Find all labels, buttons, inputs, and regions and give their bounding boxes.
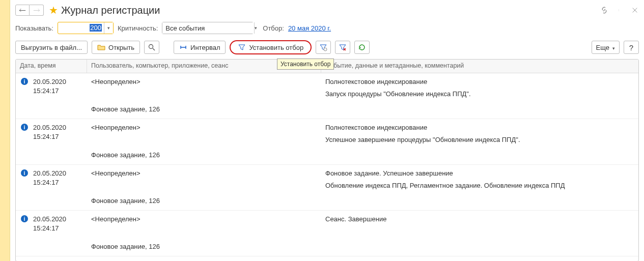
row-event-extra: Запуск процедуры "Обновление индекса ППД… — [325, 90, 634, 99]
table-row[interactable]: i20.05.202015:24:17<Неопределен>Фоновое … — [16, 211, 638, 256]
help-label: ? — [629, 43, 633, 52]
th-date[interactable]: Дата, время — [16, 60, 87, 73]
table-body[interactable]: i20.05.202015:24:17<Неопределен>Фоновое … — [16, 73, 638, 261]
filter-clear-button[interactable] — [335, 41, 350, 54]
info-icon: i — [21, 169, 29, 178]
export-file-label: Выгрузить в файл... — [21, 44, 82, 51]
row-time: 15:24:17 — [33, 224, 66, 233]
row-event-extra: Успешное завершение процедуры "Обновлени… — [325, 135, 634, 144]
filter-label: Отбор: — [263, 24, 284, 32]
chevron-down-icon — [612, 44, 615, 51]
criticality-input[interactable] — [162, 22, 254, 34]
magnify-button[interactable] — [144, 41, 159, 54]
row-date: 20.05.2020 — [33, 77, 66, 86]
more-button[interactable]: Еще — [592, 41, 620, 54]
set-filter-button[interactable]: Установить отбор — [230, 40, 312, 54]
titlebar: ★ Журнал регистрации — [15, 3, 639, 17]
filter-date-link[interactable]: 20 мая 2020 г. — [288, 24, 331, 32]
row-user-extra: Фоновое задание, 126 — [91, 105, 317, 114]
magnify-icon — [148, 43, 156, 51]
show-count-value: 200 — [90, 24, 102, 32]
open-button[interactable]: Открыть — [92, 41, 140, 54]
svg-line-4 — [153, 48, 155, 50]
favorite-star-icon[interactable]: ★ — [49, 4, 58, 16]
svg-point-3 — [149, 45, 153, 49]
filter-config-button[interactable] — [316, 41, 331, 54]
app-left-strip — [0, 0, 10, 261]
row-user: <Неопределен> — [91, 123, 317, 132]
filter-row: Показывать: 200 Критичность: Отбор: 20 м… — [15, 20, 639, 36]
close-icon[interactable] — [631, 6, 639, 14]
open-label: Открыть — [108, 44, 134, 51]
svg-point-5 — [324, 48, 327, 51]
filter-icon — [238, 43, 246, 51]
table-row[interactable]: i20.05.2020АбрамовГС (директор)Сеанс. На… — [16, 256, 638, 261]
refresh-button[interactable] — [354, 41, 370, 54]
help-button[interactable]: ? — [624, 41, 639, 54]
nav-forward-button[interactable] — [30, 5, 44, 16]
show-count-box: 200 — [58, 22, 114, 34]
row-event: Фоновое задание. Успешное завершение — [325, 169, 634, 178]
criticality-box — [162, 22, 254, 34]
interval-button[interactable]: Интервал — [174, 41, 226, 54]
filter-config-icon — [319, 43, 327, 51]
row-time: 15:24:17 — [33, 178, 66, 187]
tooltip: Установить отбор — [277, 59, 334, 70]
filter-clear-icon — [339, 43, 347, 51]
interval-icon — [179, 43, 187, 51]
nav-back-button[interactable] — [15, 5, 30, 16]
show-count-dropdown[interactable] — [104, 22, 113, 34]
svg-point-2 — [619, 11, 619, 11]
table-row[interactable]: i20.05.202015:24:17<Неопределен>Фоновое … — [16, 119, 638, 165]
log-table: Дата, время Пользователь, компьютер, при… — [15, 59, 639, 261]
row-user: <Неопределен> — [91, 215, 317, 224]
row-user-extra: Фоновое задание, 126 — [91, 242, 317, 251]
row-time: 15:24:17 — [33, 132, 66, 141]
row-date: 20.05.2020 — [33, 169, 66, 178]
toolbar: Выгрузить в файл... Открыть Интервал Уст… — [15, 40, 639, 55]
svg-point-1 — [619, 10, 619, 11]
svg-point-0 — [619, 9, 619, 10]
row-user: <Неопределен> — [91, 77, 317, 86]
info-icon: i — [21, 78, 29, 86]
refresh-icon — [358, 43, 366, 51]
show-label: Показывать: — [15, 24, 53, 32]
set-filter-label: Установить отбор — [249, 44, 303, 51]
table-row[interactable]: i20.05.202015:24:17<Неопределен>Фоновое … — [16, 73, 638, 119]
table-row[interactable]: i20.05.202015:24:17<Неопределен>Фоновое … — [16, 165, 638, 211]
info-icon: i — [21, 215, 29, 223]
criticality-dropdown[interactable] — [254, 22, 257, 34]
interval-label: Интервал — [190, 44, 220, 51]
more-label: Еще — [596, 44, 609, 51]
dots-icon[interactable] — [615, 6, 624, 14]
row-user-extra: Фоновое задание, 126 — [91, 151, 317, 160]
info-icon: i — [21, 124, 29, 132]
row-date: 20.05.2020 — [33, 123, 66, 132]
row-event: Полнотекстовое индексирование — [325, 77, 634, 86]
row-event: Полнотекстовое индексирование — [325, 123, 634, 132]
row-time: 15:24:17 — [33, 86, 66, 96]
folder-icon — [97, 43, 105, 51]
row-date: 20.05.2020 — [33, 215, 66, 224]
page-title: Журнал регистрации — [61, 5, 160, 16]
th-event[interactable]: Событие, данные и метаданные, комментари… — [321, 60, 638, 73]
show-count-input[interactable]: 200 — [58, 22, 104, 34]
row-event: Сеанс. Завершение — [325, 215, 634, 224]
criticality-label: Критичность: — [118, 24, 158, 32]
link-icon[interactable] — [600, 6, 608, 14]
export-file-button[interactable]: Выгрузить в файл... — [15, 41, 88, 54]
row-event-extra: Обновление индекса ППД, Регламентное зад… — [325, 181, 634, 190]
row-user-extra: Фоновое задание, 126 — [91, 196, 317, 206]
row-user: <Неопределен> — [91, 169, 317, 178]
